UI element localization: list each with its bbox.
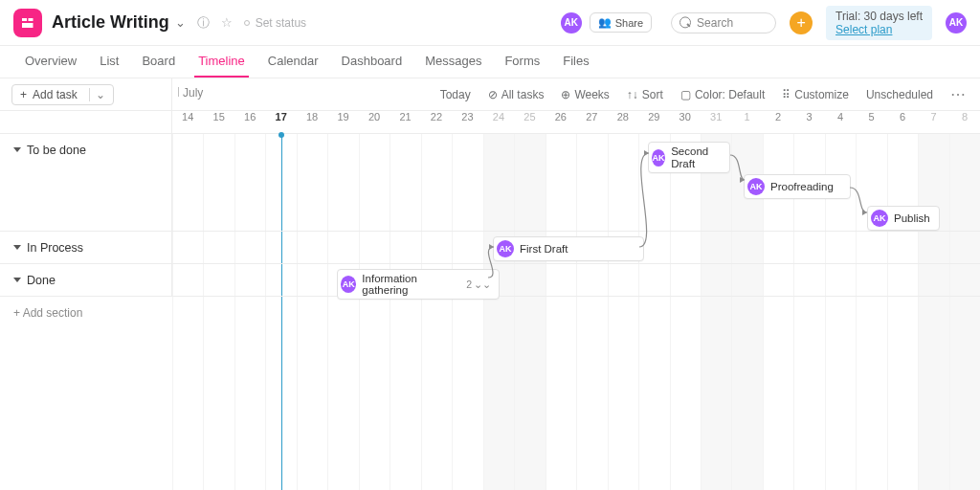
tab-dashboard[interactable]: Dashboard — [330, 46, 414, 78]
share-button[interactable]: 👥Share — [590, 12, 652, 33]
day-header-cell: 6 — [887, 111, 918, 133]
member-avatar[interactable]: AK — [561, 12, 582, 33]
day-header-cell: 5 — [856, 111, 886, 133]
day-header-cell: 20 — [359, 111, 390, 133]
assignee-avatar: AK — [497, 240, 514, 257]
zoom-weeks[interactable]: ⊕Weeks — [561, 88, 609, 101]
search-input[interactable]: Search — [671, 12, 776, 33]
info-icon[interactable]: ⓘ — [197, 14, 210, 32]
day-header-cell: 21 — [390, 111, 420, 133]
day-header-cell: 3 — [793, 111, 824, 133]
svg-rect-0 — [22, 18, 27, 21]
subtask-count: 2⌄⌄ — [466, 278, 491, 290]
day-header-cell: 19 — [327, 111, 358, 133]
select-plan-link[interactable]: Select plan — [835, 23, 923, 36]
more-icon[interactable]: ⋯ — [950, 85, 967, 103]
today-button[interactable]: Today — [440, 88, 471, 101]
color-button[interactable]: ▢Color: Default — [680, 88, 765, 101]
sort-button[interactable]: ↑↓Sort — [627, 88, 663, 101]
day-header-cell: 29 — [638, 111, 669, 133]
trial-days-left: Trial: 30 days left — [835, 10, 923, 23]
set-status-button[interactable]: Set status — [244, 16, 306, 30]
magnify-icon: ⊕ — [561, 88, 570, 101]
dropdown-caret-icon[interactable]: ⌄ — [89, 88, 105, 101]
people-icon: 👥 — [598, 16, 612, 29]
app-logo[interactable] — [13, 9, 42, 37]
day-header-cell: 22 — [421, 111, 452, 133]
day-header-cell: 2 — [763, 111, 793, 133]
collapse-icon[interactable] — [13, 245, 21, 250]
svg-rect-1 — [29, 18, 33, 21]
checkmark-circle-icon: ⊘ — [488, 88, 498, 101]
task-information-gathering[interactable]: AK Information gathering 2⌄⌄ — [337, 269, 500, 300]
assignee-avatar: AK — [747, 178, 765, 195]
svg-rect-2 — [22, 23, 33, 28]
assignee-avatar: AK — [652, 149, 665, 167]
task-first-draft[interactable]: AK First Draft — [493, 236, 644, 261]
tab-messages[interactable]: Messages — [413, 46, 493, 78]
task-second-draft[interactable]: AK Second Draft — [648, 142, 730, 173]
day-header-cell: 15 — [203, 111, 234, 133]
day-header-cell: 4 — [825, 111, 856, 133]
task-publish[interactable]: AK Publish — [867, 206, 940, 231]
tab-list[interactable]: List — [88, 46, 130, 78]
timeline-sections: To be done AK Second Draft AK Proofreadi… — [0, 134, 980, 329]
month-label: July — [178, 86, 203, 100]
unscheduled-button[interactable]: Unscheduled — [866, 88, 933, 101]
subtask-icon: ⌄⌄ — [474, 278, 491, 290]
day-header-cell: 31 — [701, 111, 731, 133]
view-tabs: Overview List Board Timeline Calendar Da… — [0, 46, 980, 78]
trial-banner[interactable]: Trial: 30 days left Select plan — [826, 6, 932, 40]
tab-files[interactable]: Files — [551, 46, 600, 78]
section-in-process[interactable]: In Process — [0, 232, 172, 263]
day-header-cell: 24 — [483, 111, 514, 133]
day-header-cell: 8 — [949, 111, 980, 133]
collapse-icon[interactable] — [13, 147, 21, 152]
star-icon[interactable]: ☆ — [221, 15, 233, 30]
customize-button[interactable]: ⠿Customize — [782, 88, 849, 101]
customize-icon: ⠿ — [782, 88, 791, 101]
assignee-avatar: AK — [871, 210, 888, 227]
sort-icon: ↑↓ — [627, 88, 638, 101]
user-avatar[interactable]: AK — [946, 12, 967, 33]
tab-forms[interactable]: Forms — [493, 46, 551, 78]
section-to-be-done[interactable]: To be done — [0, 134, 172, 231]
day-header-cell: 1 — [731, 111, 762, 133]
day-header-cell: 30 — [670, 111, 701, 133]
day-header-cell: 25 — [514, 111, 545, 133]
day-header-cell: 23 — [452, 111, 482, 133]
add-section-button[interactable]: + Add section — [0, 297, 980, 329]
section-done[interactable]: Done — [0, 264, 172, 296]
tag-icon: ▢ — [680, 88, 691, 101]
tab-board[interactable]: Board — [130, 46, 187, 78]
day-header-cell: 28 — [608, 111, 638, 133]
day-header-cell: 17 — [265, 111, 296, 133]
assignee-avatar: AK — [341, 276, 356, 293]
tab-timeline[interactable]: Timeline — [187, 46, 256, 78]
date-header: 1415161718192021222324252627282930311234… — [172, 111, 980, 133]
day-header-cell: 27 — [576, 111, 607, 133]
day-header-cell: 18 — [297, 111, 327, 133]
plus-icon: + — [20, 88, 27, 101]
day-header-cell: 14 — [172, 111, 203, 133]
tab-calendar[interactable]: Calendar — [256, 46, 330, 78]
tab-overview[interactable]: Overview — [13, 46, 88, 78]
chevron-down-icon[interactable]: ⌄ — [175, 15, 186, 30]
collapse-icon[interactable] — [13, 278, 21, 282]
project-title[interactable]: Article Writing — [52, 12, 169, 33]
filter-all-tasks[interactable]: ⊘All tasks — [488, 88, 545, 101]
task-proofreading[interactable]: AK Proofreading — [744, 174, 851, 199]
global-add-button[interactable]: + — [790, 11, 813, 34]
add-task-button[interactable]: + Add task ⌄ — [11, 84, 114, 105]
day-header-cell: 26 — [546, 111, 576, 133]
day-header-cell: 7 — [918, 111, 948, 133]
day-header-cell: 16 — [234, 111, 265, 133]
